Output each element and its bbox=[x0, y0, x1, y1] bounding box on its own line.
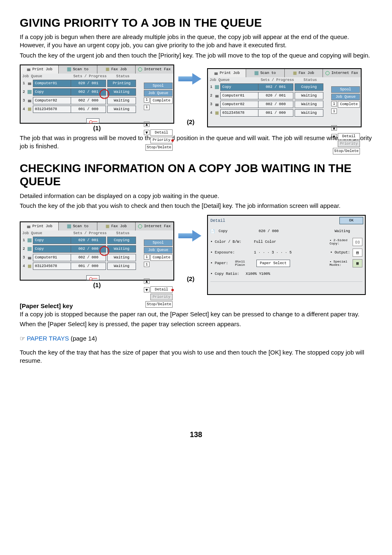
job-status: Printing bbox=[107, 80, 136, 87]
two-sided-icon: ▯▯ bbox=[353, 238, 362, 246]
job-progress: 001 / 000 bbox=[71, 106, 106, 113]
spool-button[interactable]: Spool bbox=[331, 86, 360, 93]
scroll-up-button[interactable]: ▲ bbox=[331, 125, 337, 131]
paper-select-button[interactable]: Paper Select bbox=[256, 260, 290, 267]
detail-button[interactable]: Detail bbox=[338, 133, 360, 140]
ok-button[interactable]: OK bbox=[339, 217, 363, 224]
stop-delete-button[interactable]: Stop/Delete bbox=[145, 301, 173, 308]
tab-fax-job[interactable]: Fax Job bbox=[97, 222, 136, 230]
callout-circle-icon bbox=[99, 246, 109, 256]
row-num: 2 bbox=[209, 94, 214, 98]
scroll-down-button[interactable]: ▼ bbox=[331, 134, 337, 139]
scroll-up-button[interactable]: ▲ bbox=[144, 122, 150, 127]
job-type-icon bbox=[214, 85, 220, 89]
job-status: Waiting bbox=[107, 88, 136, 96]
tab-fax-job[interactable]: Fax Job bbox=[97, 65, 136, 74]
detail-button[interactable]: Detail bbox=[150, 129, 173, 136]
row-num: 4 bbox=[21, 107, 26, 111]
complete-button[interactable]: Complete bbox=[150, 97, 173, 104]
scanner-icon bbox=[67, 224, 71, 228]
para-3a: If a copy job is stopped because the pap… bbox=[20, 310, 372, 318]
job-name: Copy bbox=[33, 237, 71, 244]
tab-internet-fax[interactable]: Internet Fax bbox=[323, 69, 361, 77]
complete-button[interactable]: Complete bbox=[150, 254, 173, 261]
col-sets-progress: Sets / Progress bbox=[259, 78, 296, 82]
tab-scan-to[interactable]: Scan to bbox=[59, 65, 97, 74]
job-status: Copying bbox=[295, 83, 323, 91]
reference-tail: (page 14) bbox=[69, 335, 97, 342]
job-status: Waiting bbox=[107, 254, 136, 261]
col-job-queue: Job Queue bbox=[22, 231, 71, 235]
priority-button[interactable]: Priority bbox=[150, 137, 173, 143]
tab-internet-fax[interactable]: Internet Fax bbox=[136, 222, 173, 230]
queue-panel-before: Print Job Scan to Fax Job Internet Fax J… bbox=[20, 64, 174, 124]
job-type-icon bbox=[26, 99, 33, 103]
globe-icon bbox=[138, 67, 142, 71]
paper-label: Paper: bbox=[215, 261, 228, 265]
job-progress: 020 / 001 bbox=[71, 237, 106, 244]
complete-button[interactable]: Complete bbox=[338, 101, 360, 108]
tab-print-job[interactable]: Print Job bbox=[21, 65, 59, 74]
row-num: 2 bbox=[21, 90, 26, 94]
job-name: Computer02 bbox=[220, 101, 258, 108]
job-name: 0312345678 bbox=[33, 263, 71, 270]
callout-dot-icon bbox=[171, 289, 174, 291]
job-type-icon bbox=[214, 111, 220, 115]
job-name: Computer02 bbox=[33, 97, 71, 104]
arrow-right-icon bbox=[178, 71, 203, 87]
job-progress: 002 / 000 bbox=[71, 254, 106, 261]
caption-1b: (1) bbox=[93, 281, 101, 288]
printer-icon bbox=[27, 224, 31, 228]
job-queue-button[interactable]: Job Queue bbox=[144, 247, 173, 253]
job-progress: 002 / 000 bbox=[71, 97, 106, 104]
tab-internet-fax[interactable]: Internet Fax bbox=[136, 65, 173, 74]
tab-print-job[interactable]: Print Job bbox=[21, 222, 59, 230]
tab-print-job[interactable]: Print Job bbox=[208, 69, 246, 77]
tab-scan-to[interactable]: Scan to bbox=[59, 222, 97, 230]
detail-button[interactable]: Detail bbox=[150, 286, 173, 293]
job-status: Waiting bbox=[295, 92, 323, 99]
spool-button[interactable]: Spool bbox=[144, 83, 173, 89]
stop-delete-button[interactable]: Stop/Delete bbox=[145, 144, 173, 151]
col-status: Status bbox=[296, 78, 325, 82]
page-indicator-2: 1 bbox=[331, 108, 337, 114]
job-progress: 020 / 001 bbox=[71, 80, 106, 87]
job-type-icon bbox=[26, 238, 33, 242]
ratio-label: Copy Ratio: bbox=[215, 272, 239, 276]
paper-trays-link[interactable]: PAPER TRAYS bbox=[27, 335, 69, 342]
spool-button[interactable]: Spool bbox=[144, 240, 173, 246]
para-3c: Touch the key of the tray that has the s… bbox=[20, 348, 372, 365]
job-name: 0312345678 bbox=[33, 106, 71, 113]
special-modes-label: Special Modes: bbox=[330, 260, 347, 267]
two-sided-label: 2-Sided Copy: bbox=[330, 238, 347, 245]
globe-icon bbox=[138, 224, 142, 228]
stop-delete-button[interactable]: Stop/Delete bbox=[333, 148, 360, 154]
scroll-up-button[interactable]: ▲ bbox=[144, 279, 150, 284]
scroll-down-button[interactable]: ▼ bbox=[144, 130, 150, 135]
para-3b: When the [Paper Select] key is pressed, … bbox=[20, 320, 372, 328]
scanner-icon bbox=[67, 67, 71, 71]
job-status: Waiting bbox=[107, 263, 136, 270]
detail-panel: Detail OK 📄 Copy 020 / 000 Waiting • Col… bbox=[207, 215, 366, 295]
globe-icon bbox=[325, 71, 330, 75]
callout-connector-icon bbox=[86, 118, 99, 123]
page-title-1: GIVING PRIORITY TO A JOB IN THE QUEUE bbox=[20, 16, 372, 30]
tab-scan-to[interactable]: Scan to bbox=[246, 69, 284, 77]
job-name: Copy bbox=[33, 245, 71, 253]
row-num: 1 bbox=[209, 85, 214, 89]
job-queue-button[interactable]: Job Queue bbox=[144, 90, 173, 97]
col-sets-progress: Sets / Progress bbox=[71, 74, 108, 78]
tab-fax-job[interactable]: Fax Job bbox=[285, 69, 323, 77]
printer-icon bbox=[27, 67, 31, 71]
detail-progress: 020 / 000 bbox=[259, 229, 279, 233]
job-status: Waiting bbox=[295, 109, 323, 117]
row-num: 1 bbox=[21, 238, 26, 242]
job-name: 0312345678 bbox=[220, 109, 258, 117]
detail-status: Waiting bbox=[334, 229, 350, 233]
job-queue-button[interactable]: Job Queue bbox=[331, 94, 360, 100]
fax-icon bbox=[106, 67, 110, 71]
page-title-2: CHECKING INFORMATION ON A COPY JOB WAITI… bbox=[20, 162, 372, 188]
scroll-down-button[interactable]: ▼ bbox=[144, 287, 150, 292]
job-progress: 002 / 000 bbox=[258, 101, 293, 108]
arrow-right-icon bbox=[178, 228, 203, 244]
